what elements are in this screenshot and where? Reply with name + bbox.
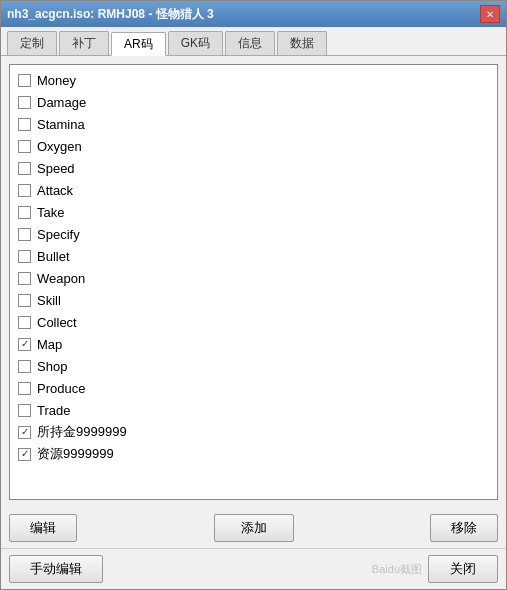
- item-label: Map: [37, 337, 62, 352]
- checkbox-trade[interactable]: [18, 404, 31, 417]
- list-item[interactable]: Shop: [12, 355, 495, 377]
- checkbox-资源9999999[interactable]: [18, 448, 31, 461]
- item-label: Oxygen: [37, 139, 82, 154]
- list-item[interactable]: Damage: [12, 91, 495, 113]
- item-label: Specify: [37, 227, 80, 242]
- manual-edit-button[interactable]: 手动编辑: [9, 555, 103, 583]
- checkbox-map[interactable]: [18, 338, 31, 351]
- checkbox-attack[interactable]: [18, 184, 31, 197]
- main-window: nh3_acgcn.iso: RMHJ08 - 怪物猎人 3 ✕ 定制补丁AR码…: [0, 0, 507, 590]
- checkbox-produce[interactable]: [18, 382, 31, 395]
- checkbox-speed[interactable]: [18, 162, 31, 175]
- tab-bar: 定制补丁AR码GK码信息数据: [1, 27, 506, 56]
- list-item[interactable]: Attack: [12, 179, 495, 201]
- item-label: Skill: [37, 293, 61, 308]
- list-item[interactable]: 资源9999999: [12, 443, 495, 465]
- checkbox-stamina[interactable]: [18, 118, 31, 131]
- tab-GK码[interactable]: GK码: [168, 31, 223, 55]
- checkbox-collect[interactable]: [18, 316, 31, 329]
- item-label: 资源9999999: [37, 445, 114, 463]
- remove-button[interactable]: 移除: [430, 514, 498, 542]
- checkbox-所持金9999999[interactable]: [18, 426, 31, 439]
- add-button[interactable]: 添加: [214, 514, 294, 542]
- checkbox-take[interactable]: [18, 206, 31, 219]
- edit-button[interactable]: 编辑: [9, 514, 77, 542]
- list-item[interactable]: Specify: [12, 223, 495, 245]
- list-item[interactable]: Produce: [12, 377, 495, 399]
- checkbox-weapon[interactable]: [18, 272, 31, 285]
- list-item[interactable]: Stamina: [12, 113, 495, 135]
- close-main-button[interactable]: 关闭: [428, 555, 498, 583]
- item-label: Damage: [37, 95, 86, 110]
- item-label: Bullet: [37, 249, 70, 264]
- item-label: Stamina: [37, 117, 85, 132]
- checkbox-oxygen[interactable]: [18, 140, 31, 153]
- tab-数据[interactable]: 数据: [277, 31, 327, 55]
- window-title: nh3_acgcn.iso: RMHJ08 - 怪物猎人 3: [7, 6, 214, 23]
- title-controls: ✕: [480, 5, 500, 23]
- tab-信息[interactable]: 信息: [225, 31, 275, 55]
- item-label: Money: [37, 73, 76, 88]
- close-button[interactable]: ✕: [480, 5, 500, 23]
- item-label: Collect: [37, 315, 77, 330]
- watermark: Baidu截图: [372, 562, 422, 577]
- item-label: 所持金9999999: [37, 423, 127, 441]
- item-label: Take: [37, 205, 64, 220]
- checkbox-shop[interactable]: [18, 360, 31, 373]
- list-item[interactable]: Money: [12, 69, 495, 91]
- checkbox-damage[interactable]: [18, 96, 31, 109]
- content-area: MoneyDamageStaminaOxygenSpeedAttackTakeS…: [1, 56, 506, 508]
- tab-AR码[interactable]: AR码: [111, 32, 166, 56]
- footer: 手动编辑 Baidu截图 关闭: [1, 548, 506, 589]
- tab-定制[interactable]: 定制: [7, 31, 57, 55]
- list-item[interactable]: Speed: [12, 157, 495, 179]
- list-item[interactable]: Trade: [12, 399, 495, 421]
- item-label: Speed: [37, 161, 75, 176]
- list-item[interactable]: Collect: [12, 311, 495, 333]
- tab-补丁[interactable]: 补丁: [59, 31, 109, 55]
- item-label: Weapon: [37, 271, 85, 286]
- list-item[interactable]: Bullet: [12, 245, 495, 267]
- item-label: Attack: [37, 183, 73, 198]
- list-item[interactable]: Oxygen: [12, 135, 495, 157]
- list-box[interactable]: MoneyDamageStaminaOxygenSpeedAttackTakeS…: [9, 64, 498, 500]
- item-label: Shop: [37, 359, 67, 374]
- list-item[interactable]: Map: [12, 333, 495, 355]
- list-item[interactable]: Take: [12, 201, 495, 223]
- item-label: Produce: [37, 381, 85, 396]
- checkbox-skill[interactable]: [18, 294, 31, 307]
- list-item[interactable]: 所持金9999999: [12, 421, 495, 443]
- list-item[interactable]: Skill: [12, 289, 495, 311]
- item-label: Trade: [37, 403, 70, 418]
- checkbox-specify[interactable]: [18, 228, 31, 241]
- title-bar: nh3_acgcn.iso: RMHJ08 - 怪物猎人 3 ✕: [1, 1, 506, 27]
- checkbox-bullet[interactable]: [18, 250, 31, 263]
- footer-right: Baidu截图 关闭: [372, 555, 498, 583]
- checkbox-money[interactable]: [18, 74, 31, 87]
- list-item[interactable]: Weapon: [12, 267, 495, 289]
- bottom-buttons: 编辑 添加 移除: [1, 508, 506, 548]
